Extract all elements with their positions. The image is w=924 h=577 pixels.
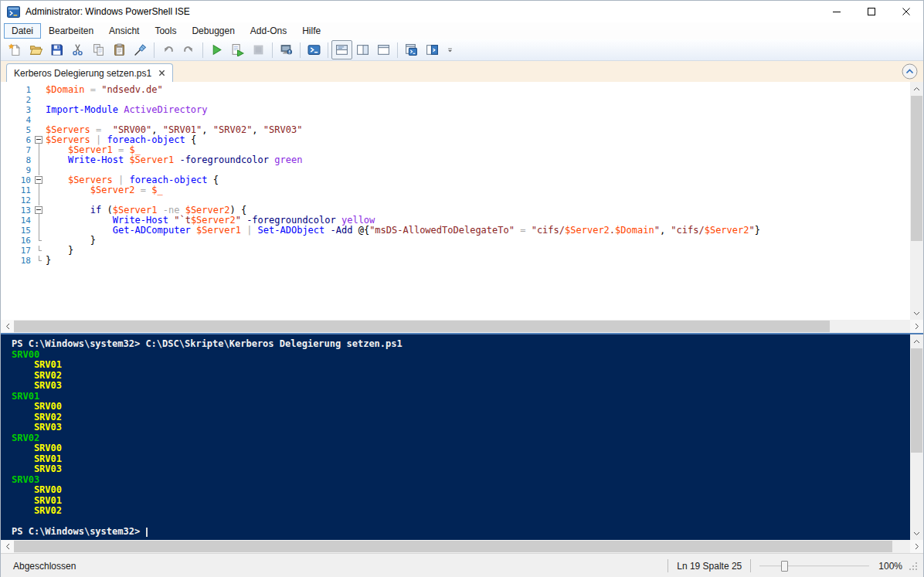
menu-item-debuggen[interactable]: Debuggen (184, 23, 242, 39)
open-script-button[interactable] (25, 40, 46, 59)
console-line: SRV03 (12, 464, 910, 475)
line-number: 12 (1, 195, 33, 205)
show-script-pane-right-button[interactable] (352, 40, 373, 59)
line-number: 15 (1, 226, 33, 236)
script-tab[interactable]: Kerberos Delegierung setzen.ps1 (6, 63, 173, 82)
console-pane[interactable]: PS C:\Windows\system32> C:\DSC\Skripte\K… (1, 333, 923, 540)
minimize-button[interactable] (819, 1, 854, 22)
scroll-left-button[interactable] (1, 320, 14, 333)
toolbar-separator (202, 42, 203, 58)
scroll-left-button[interactable] (1, 540, 14, 553)
scrollbar-thumb[interactable] (14, 541, 892, 552)
editor-line[interactable]: 16 } (1, 236, 910, 246)
menu-item-datei[interactable]: Datei (4, 23, 41, 39)
editor-line[interactable]: 18} (1, 256, 910, 266)
run-script-button[interactable] (206, 40, 227, 59)
menu-item-hilfe[interactable]: Hilfe (294, 23, 328, 39)
scrollbar-track[interactable] (14, 540, 910, 553)
stop-operation-button[interactable] (248, 40, 269, 59)
save-button[interactable] (46, 40, 67, 59)
chevron-up-icon (913, 87, 920, 91)
show-script-pane-maximized-button[interactable] (373, 40, 394, 59)
menu-item-tools[interactable]: Tools (147, 23, 184, 39)
editor-line[interactable]: 8 Write-Host $Server1 -foregroundcolor g… (1, 155, 910, 165)
show-script-pane-button[interactable] (422, 40, 443, 59)
scroll-down-button[interactable] (910, 527, 923, 540)
chevron-left-icon (5, 543, 10, 550)
zoom-slider-track[interactable] (759, 565, 869, 567)
editor-horizontal-scrollbar[interactable] (1, 320, 923, 333)
clear-output-pane-button[interactable] (130, 40, 151, 59)
scroll-right-button[interactable] (910, 540, 923, 553)
tab-bar: Kerberos Delegierung setzen.ps1 (1, 61, 923, 82)
scroll-up-button[interactable] (910, 82, 923, 95)
chevron-down-icon (913, 531, 920, 536)
fold-guide-line (33, 256, 46, 266)
editor-line[interactable]: 3Import-Module ActiveDirectory (1, 105, 910, 115)
line-number: 18 (1, 256, 33, 266)
redo-button[interactable] (178, 40, 199, 59)
save-icon (50, 43, 63, 56)
new-script-icon (8, 43, 22, 56)
scrollbar-thumb[interactable] (14, 321, 830, 332)
paste-button[interactable] (109, 40, 130, 59)
undo-icon (161, 43, 175, 56)
editor-line[interactable]: 17 } (1, 246, 910, 256)
console-vertical-scrollbar[interactable] (910, 334, 923, 540)
powershell-ise-app-icon (7, 5, 20, 19)
line-number: 2 (1, 95, 33, 105)
menu-item-addons[interactable]: Add-Ons (243, 23, 294, 39)
fold-guide-line (33, 145, 46, 155)
menu-item-ansicht[interactable]: Ansicht (101, 23, 147, 39)
fold-guide-line (33, 236, 46, 246)
fold-collapse-icon[interactable] (33, 135, 46, 145)
toolbar-separator (397, 42, 398, 58)
console-output: PS C:\Windows\system32> C:\DSC\Skripte\K… (1, 334, 910, 540)
chevron-right-icon (915, 323, 919, 330)
maximize-button[interactable] (854, 1, 888, 22)
copy-icon (92, 43, 105, 56)
editor-vertical-scrollbar[interactable] (910, 82, 923, 320)
scrollbar-track[interactable] (14, 320, 910, 333)
line-number: 6 (1, 135, 33, 145)
new-powershell-tab-button[interactable] (401, 40, 422, 59)
scroll-up-button[interactable] (910, 334, 923, 348)
new-script-button[interactable] (5, 40, 25, 59)
scroll-down-button[interactable] (910, 307, 923, 320)
toolbar-overflow-button[interactable] (444, 40, 455, 59)
copy-button[interactable] (88, 40, 109, 59)
console-horizontal-scrollbar[interactable] (1, 540, 923, 553)
fold-collapse-icon[interactable] (33, 175, 46, 185)
close-button[interactable] (888, 1, 923, 22)
editor-line[interactable]: 1$Domain = "ndsedv.de" (1, 85, 910, 95)
editor-pane[interactable]: 1$Domain = "ndsedv.de"23Import-Module Ac… (1, 82, 923, 320)
zoom-slider-handle[interactable] (781, 561, 788, 572)
menu-item-bearbeiten[interactable]: Bearbeiten (41, 23, 101, 39)
scrollbar-thumb[interactable] (911, 96, 922, 241)
show-script-pane-top-button[interactable] (331, 40, 352, 59)
tab-close-button[interactable] (158, 70, 165, 76)
cut-button[interactable] (67, 40, 88, 59)
resize-grip[interactable] (909, 562, 919, 572)
show-script-pane-top-icon (335, 43, 348, 56)
scrollbar-thumb[interactable] (911, 348, 922, 453)
zoom-percent: 100% (878, 561, 902, 572)
fold-guide-line (33, 155, 46, 165)
show-script-pane-icon (426, 43, 439, 56)
fold-collapse-icon[interactable] (33, 205, 46, 216)
editor-line[interactable]: 11 $Server2 = $_ (1, 185, 910, 195)
chevron-up-icon (913, 339, 920, 344)
editor-line[interactable]: 15 Get-ADComputer $Server1 | Set-ADObjec… (1, 226, 910, 236)
scroll-right-button[interactable] (910, 320, 923, 333)
run-selection-button[interactable] (227, 40, 248, 59)
chevron-right-icon (915, 543, 919, 550)
menubar: DateiBearbeitenAnsichtToolsDebuggenAdd-O… (1, 22, 923, 39)
expand-collapse-button[interactable] (902, 63, 918, 80)
toolbar (1, 39, 923, 61)
start-powershell-button[interactable] (304, 40, 324, 59)
new-remote-powershell-tab-button[interactable] (276, 40, 297, 59)
zoom-slider[interactable] (759, 559, 869, 573)
undo-button[interactable] (158, 40, 178, 59)
code-text: } (46, 256, 51, 266)
line-number: 1 (1, 85, 33, 95)
